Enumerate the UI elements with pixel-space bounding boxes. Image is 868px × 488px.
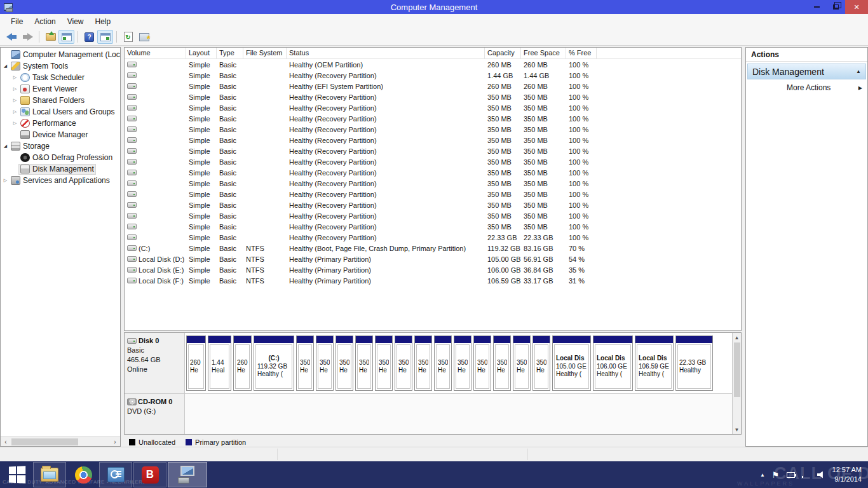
volume-row-local-disk-e[interactable]: Local Disk (E:)SimpleBasicNTFSHealthy (P… (125, 264, 741, 275)
volume-icon[interactable] (817, 471, 825, 478)
menu-help[interactable]: Help (90, 15, 117, 29)
collapsed-expander-icon[interactable]: ▷ (11, 75, 18, 80)
menu-file[interactable]: File (5, 15, 29, 29)
partition-block-350[interactable]: 350He (513, 336, 531, 391)
partition-block-22-33-gb[interactable]: 22.33 GBHealthy (675, 336, 713, 391)
tree-item-performance[interactable]: ▷Performance (1, 118, 120, 129)
tree-item-system-tools[interactable]: ◢System Tools (1, 60, 120, 72)
partition-block-350[interactable]: 350He (454, 336, 471, 391)
tree-item-local-users-and-groups[interactable]: ▷Local Users and Groups (1, 106, 120, 118)
column-header-status[interactable]: Status (287, 48, 485, 58)
console-options-button[interactable] (136, 30, 152, 44)
volume-row[interactable]: SimpleBasicHealthy (Recovery Partition)3… (125, 189, 741, 200)
collapse-section-icon[interactable]: ▲ (856, 69, 861, 74)
volume-row[interactable]: SimpleBasicHealthy (OEM Partition)260 MB… (125, 59, 741, 70)
partition-block-350[interactable]: 350He (532, 336, 550, 391)
partition-block-350[interactable]: 350He (316, 336, 334, 391)
tree-item-event-viewer[interactable]: ▷Event Viewer (1, 83, 120, 95)
partition-block-350[interactable]: 350He (395, 336, 412, 391)
partition-block-260[interactable]: 260He (233, 336, 252, 391)
partition-block-c[interactable]: (C:)119.32 GBHealthy ( (254, 336, 294, 391)
scroll-up-icon[interactable]: ▲ (735, 333, 740, 342)
chrome-taskbar-button[interactable] (67, 462, 99, 487)
tree-item-services-and-applications[interactable]: ▷Services and Applications (1, 175, 120, 186)
scrollbar-thumb[interactable] (11, 438, 78, 445)
scrollbar-thumb[interactable] (734, 342, 740, 397)
volume-row[interactable]: SimpleBasicHealthy (Recovery Partition)3… (125, 146, 741, 156)
partition-block-260[interactable]: 260He (186, 336, 206, 391)
volume-row-c[interactable]: (C:)SimpleBasicNTFSHealthy (Boot, Page F… (125, 243, 741, 254)
volume-row[interactable]: SimpleBasicHealthy (Recovery Partition)3… (125, 102, 741, 113)
collapsed-expander-icon[interactable]: ▷ (2, 178, 9, 183)
tree-item-o-o-defrag-profession[interactable]: O&O Defrag Profession (1, 152, 120, 163)
column-header-layout[interactable]: Layout (186, 48, 217, 58)
partition-block-350[interactable]: 350He (375, 336, 393, 391)
show-hidden-icons-button[interactable]: ▲ (760, 472, 765, 478)
volume-row[interactable]: SimpleBasicHealthy (Recovery Partition)3… (125, 113, 741, 124)
partition-block-local-dis[interactable]: Local Dis106.00 GEHealthy ( (593, 336, 633, 391)
tree-item-computer-management-local[interactable]: Computer Management (Local (1, 49, 120, 60)
graphical-view-scrollbar[interactable]: ▲ ▼ (732, 333, 741, 434)
collapsed-expander-icon[interactable]: ▷ (11, 86, 18, 92)
partition-block-350[interactable]: 350He (414, 336, 432, 391)
scroll-right-icon[interactable]: › (110, 438, 120, 445)
column-header-free[interactable]: % Free (566, 48, 597, 58)
control-panel-taskbar-button[interactable] (99, 462, 132, 487)
collapsed-expander-icon[interactable]: ▷ (11, 98, 18, 103)
forward-button[interactable] (20, 30, 36, 44)
partition-block-350[interactable]: 350He (493, 336, 511, 391)
partition-block-350[interactable]: 350He (355, 336, 373, 391)
column-header-capacity[interactable]: Capacity (485, 48, 521, 58)
volume-row[interactable]: SimpleBasicHealthy (Recovery Partition)3… (125, 200, 741, 210)
tree-item-device-manager[interactable]: Device Manager (1, 129, 120, 140)
volume-row-local-disk-f[interactable]: Local Disk (F:)SimpleBasicNTFSHealthy (P… (125, 275, 741, 286)
actions-section-disk-management[interactable]: Disk Management ▲ (747, 64, 866, 79)
partition-block-local-dis[interactable]: Local Dis106.59 GEHealthy ( (635, 336, 674, 391)
expanded-expander-icon[interactable]: ◢ (2, 64, 9, 69)
network-signal-icon[interactable] (802, 471, 810, 478)
column-header-file-system[interactable]: File System (243, 48, 287, 58)
volume-row[interactable]: SimpleBasicHealthy (Recovery Partition)3… (125, 167, 741, 178)
tree-horizontal-scrollbar[interactable]: ‹ › (1, 437, 120, 446)
volume-row[interactable]: SimpleBasicHealthy (Recovery Partition)2… (125, 232, 741, 243)
partition-block-350[interactable]: 350He (336, 336, 353, 391)
menu-view[interactable]: View (62, 15, 90, 29)
up-folder-button[interactable] (43, 30, 58, 44)
volume-row[interactable]: SimpleBasicHealthy (Recovery Partition)3… (125, 221, 741, 232)
partition-block-local-dis[interactable]: Local Dis105.00 GEHealthy ( (552, 336, 591, 391)
help-button[interactable]: ? (81, 30, 97, 44)
minimize-button[interactable] (807, 0, 826, 14)
bitdefender-taskbar-button[interactable]: B (133, 462, 166, 487)
volume-row[interactable]: SimpleBasicHealthy (Recovery Partition)3… (125, 92, 741, 102)
partition-block-350[interactable]: 350He (296, 336, 314, 391)
battery-icon[interactable] (787, 472, 795, 478)
tree-item-disk-management[interactable]: Disk Management (1, 163, 120, 175)
volume-row[interactable]: SimpleBasicHealthy (Recovery Partition)3… (125, 156, 741, 167)
disk0-label[interactable]: Disk 0 Basic 465.64 GB Online (125, 333, 185, 393)
action-center-flag-icon[interactable]: ⚑ (772, 471, 780, 479)
show-action-pane-button[interactable] (97, 30, 113, 44)
scroll-down-icon[interactable]: ▼ (735, 425, 740, 434)
volume-row[interactable]: SimpleBasicHealthy (Recovery Partition)1… (125, 70, 741, 81)
column-header-type[interactable]: Type (217, 48, 243, 58)
start-button[interactable] (0, 462, 33, 487)
volume-row-local-disk-d[interactable]: Local Disk (D:)SimpleBasicNTFSHealthy (P… (125, 254, 741, 264)
volume-row[interactable]: SimpleBasicHealthy (Recovery Partition)3… (125, 135, 741, 146)
cdrom-label[interactable]: CD-ROM 0 DVD (G:) (125, 394, 185, 434)
close-button[interactable]: ✕ (845, 0, 868, 14)
tree-item-storage[interactable]: ◢Storage (1, 140, 120, 152)
volume-row[interactable]: SimpleBasicHealthy (Recovery Partition)3… (125, 124, 741, 135)
partition-block-350[interactable]: 350He (473, 336, 491, 391)
taskbar-clock[interactable]: 12:57 AM 9/1/2014 (832, 465, 862, 484)
volume-row[interactable]: SimpleBasicHealthy (Recovery Partition)3… (125, 178, 741, 189)
partition-block-1-44[interactable]: 1.44Heal (208, 336, 231, 391)
volume-row[interactable]: SimpleBasicHealthy (EFI System Partition… (125, 81, 741, 92)
column-header-volume[interactable]: Volume (125, 48, 186, 58)
scroll-left-icon[interactable]: ‹ (1, 438, 11, 445)
collapsed-expander-icon[interactable]: ▷ (11, 121, 18, 126)
menu-action[interactable]: Action (29, 15, 61, 29)
tree-item-task-scheduler[interactable]: ▷Task Scheduler (1, 72, 120, 83)
column-header-free-space[interactable]: Free Space (521, 48, 566, 58)
tree-item-shared-folders[interactable]: ▷Shared Folders (1, 95, 120, 106)
restore-button[interactable] (826, 0, 845, 14)
